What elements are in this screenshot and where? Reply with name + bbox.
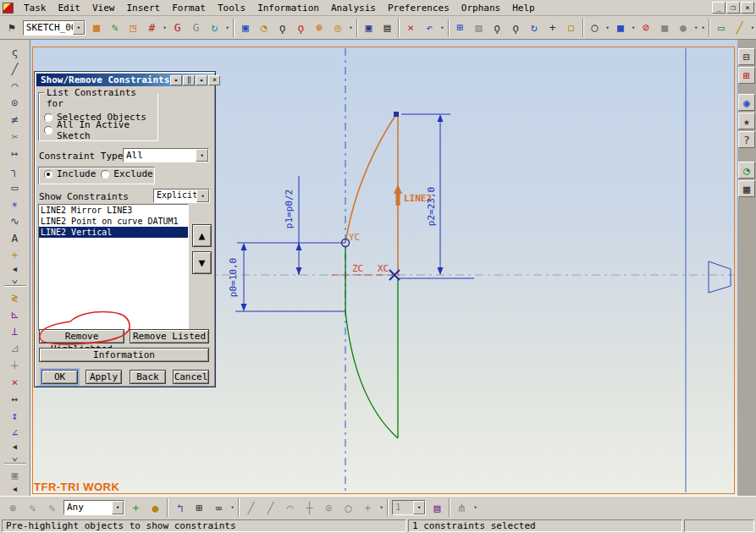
list-for-radio-icon[interactable] (44, 126, 52, 135)
create-inferred[interactable]: ↰ (170, 498, 190, 517)
information-button[interactable]: Information (39, 348, 209, 362)
reattach-sketch[interactable]: ✎ (106, 19, 124, 37)
window-cascade[interactable]: ▣ (236, 19, 255, 37)
delayed-update[interactable]: G (187, 19, 206, 37)
zoom-in-out[interactable]: ϙ (506, 19, 525, 37)
visualize-emphasis[interactable]: ▭ (712, 19, 731, 37)
orient-sketch-view[interactable]: ◳ (124, 19, 143, 37)
menu-item-view[interactable]: View (86, 2, 121, 14)
close-button[interactable]: × (741, 2, 754, 14)
arc-tool[interactable]: ◠ (4, 77, 26, 94)
toolbar-overflow-left-3[interactable]: ◂ (9, 483, 21, 493)
quick-trim[interactable]: ✂ (4, 128, 26, 145)
constraints-tool[interactable]: ⊾ (4, 305, 26, 322)
dimensions-tool[interactable]: ⊥ (4, 322, 26, 339)
shaded-display[interactable]: ■ (611, 19, 630, 37)
print-button[interactable]: ▤ (378, 19, 396, 37)
help-bubble[interactable]: ? (738, 131, 755, 148)
snap-mid-point[interactable]: ╱ (261, 498, 280, 517)
show-constraints-mode-combo[interactable]: Explicit ▾ (153, 189, 210, 203)
snap-point-toggle[interactable]: + (126, 498, 146, 517)
scroll-up-button[interactable]: ▲ (192, 224, 212, 247)
dropdown-arrow-icon[interactable]: ▾ (347, 19, 355, 36)
text-tool[interactable]: A (4, 229, 26, 246)
quick-extend[interactable]: ↦ (4, 145, 26, 162)
dropdown-arrow-icon[interactable]: ▾ (604, 19, 611, 36)
dialog-clip-button[interactable]: ‖ (183, 75, 195, 85)
menu-item-information[interactable]: Information (251, 2, 325, 14)
dialog-close-button[interactable]: × (208, 75, 220, 85)
restore-button[interactable]: ❐ (726, 2, 740, 14)
snap-point[interactable]: + (358, 498, 378, 517)
spline-tool[interactable]: ∿ (4, 212, 26, 229)
point-on-curve[interactable]: ∔ (4, 356, 26, 373)
circle-tool[interactable]: ⊙ (4, 94, 26, 111)
remove-listed-button[interactable]: Remove Listed (130, 329, 209, 343)
snap-intersection[interactable]: ┼ (300, 498, 319, 517)
constraints-listbox[interactable]: LINE2 Mirror LINE3LINE2 Point on curve D… (38, 204, 189, 331)
history-clock[interactable]: ◔ (738, 162, 755, 179)
studio-render[interactable]: ● (674, 19, 693, 37)
filter-option-1[interactable]: Exclude (96, 168, 152, 180)
apply-button[interactable]: Apply (86, 370, 122, 384)
sketch-flag[interactable]: ⚑ (3, 19, 21, 37)
mirror-curve[interactable]: ≷ (4, 288, 26, 305)
edit-selection[interactable]: ✎ (23, 498, 42, 517)
chevron-down-icon[interactable]: ▾ (196, 149, 208, 162)
delete-button[interactable]: × (401, 19, 420, 37)
green-arc[interactable] (345, 311, 398, 438)
snap-to-grid[interactable]: # (142, 19, 161, 37)
assembly-navigator[interactable]: ⊟ (738, 48, 755, 65)
filter-radio-icon[interactable] (101, 170, 109, 179)
layer-settings[interactable]: ▤ (428, 498, 447, 517)
constraint-display[interactable]: ⋔ (452, 498, 472, 517)
point-set[interactable]: ∗ (4, 195, 26, 212)
selection-scope-combo[interactable]: Any▾ (63, 500, 124, 515)
inspect-zoom[interactable]: ϙ (291, 19, 310, 37)
fit-view[interactable]: ⊞ (451, 19, 470, 37)
scroll-down-button[interactable]: ▼ (192, 251, 212, 274)
snap-arc[interactable]: ◠ (280, 498, 300, 517)
dropdown-arrow-icon[interactable]: ▾ (229, 499, 236, 516)
perpendicular-constraint[interactable]: ⊿ (4, 339, 26, 356)
filter-radio-icon[interactable] (44, 170, 52, 179)
angular-dimension[interactable]: ∠ (4, 424, 26, 441)
grid-window[interactable]: ⊞ (190, 498, 209, 517)
menu-item-tools[interactable]: Tools (212, 2, 251, 14)
constraint-list-item[interactable]: LINE2 Mirror LINE3 (39, 205, 188, 216)
horizontal-dimension[interactable]: ↔ (4, 390, 26, 407)
dialog-nav-button[interactable]: ▸ (170, 75, 182, 85)
point-constructor[interactable]: + (4, 246, 26, 263)
menu-item-task[interactable]: Task (18, 2, 52, 14)
sketch-name-combo[interactable]: SKETCH_000▾ (23, 20, 86, 36)
dropdown-arrow-icon[interactable]: ▾ (161, 19, 168, 36)
line-tool[interactable]: ╱ (4, 60, 26, 77)
dimension-p2-text[interactable]: p2=23,0 (426, 187, 437, 226)
list-for-radio-icon[interactable] (44, 113, 52, 122)
dimension-p1-text[interactable]: p1=p0/2 (284, 190, 295, 228)
menu-item-analysis[interactable]: Analysis (325, 2, 382, 14)
dropdown-arrow-icon[interactable]: ▾ (630, 19, 637, 36)
chevron-down-icon[interactable]: ▾ (73, 21, 85, 35)
point-constructor-top[interactable]: ⊕ (310, 19, 328, 37)
endpoint-marker[interactable] (394, 112, 399, 117)
constraint-type-combo[interactable]: All ▾ (123, 148, 209, 162)
dropdown-arrow-icon[interactable]: ▾ (693, 19, 700, 36)
dropdown-arrow-icon[interactable]: ▾ (439, 19, 446, 36)
toolbar-overflow-down[interactable]: ⌄ (9, 273, 21, 283)
pan-view[interactable]: + (544, 19, 562, 37)
ok-button[interactable]: OK (41, 370, 78, 384)
orange-arc[interactable] (345, 114, 396, 243)
remove-highlighted-button[interactable]: Remove Highlighted (39, 329, 124, 343)
derived-lines[interactable]: ≠ (4, 111, 26, 128)
show-remove-constraints[interactable]: × (4, 373, 26, 390)
menu-item-format[interactable]: Format (166, 2, 212, 14)
rotate-view[interactable]: ↻ (525, 19, 544, 37)
menu-item-edit[interactable]: Edit (52, 2, 87, 14)
snap-quadrant[interactable]: ◯ (339, 498, 358, 517)
wireframe-display[interactable]: ◯ (586, 19, 604, 37)
visualize-shade[interactable]: ╱ (731, 19, 749, 37)
chaining[interactable]: ∞ (209, 498, 229, 517)
information-pie[interactable]: ◔ (255, 19, 273, 37)
cancel-button[interactable]: Cancel (173, 370, 209, 384)
